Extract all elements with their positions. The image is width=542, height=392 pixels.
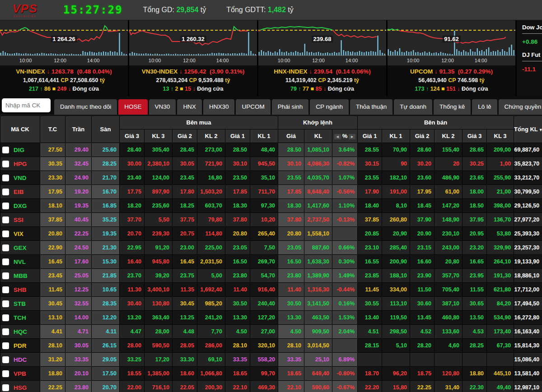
- ask-price-1[interactable]: 20.85: [358, 227, 382, 241]
- ask-volume-1[interactable]: 8,10: [382, 199, 410, 213]
- ask-price-1[interactable]: 23.85: [358, 269, 382, 283]
- ask-price-2[interactable]: 23.90: [410, 269, 435, 283]
- ask-price-3[interactable]: 23.20: [463, 241, 487, 255]
- ask-volume-1[interactable]: 20,90: [382, 227, 410, 241]
- ceiling-price-cell[interactable]: 32.45: [65, 157, 92, 171]
- ask-price-1[interactable]: 18.70: [358, 367, 382, 381]
- bid-price-2[interactable]: 28.05: [173, 339, 197, 353]
- matched-volume[interactable]: 590,60: [304, 381, 332, 392]
- bid-price-3[interactable]: 37.70: [120, 213, 145, 227]
- ask-price-3[interactable]: 16.65: [463, 255, 487, 269]
- bid-price-2[interactable]: 23.00: [173, 241, 197, 255]
- ask-price-1[interactable]: 23.10: [358, 241, 382, 255]
- table-row-eib[interactable]: EIB17.9519.2016.7017.75897,9017.801,503,…: [0, 185, 542, 199]
- index-summary-upcom[interactable]: UPCOM ↓ 91.35 (0.27 0.29%) 56,463,940 CP…: [388, 65, 515, 96]
- total-volume-cell[interactable]: 30,799,50: [514, 185, 542, 199]
- symbol-cell[interactable]: HPG: [0, 157, 40, 171]
- ceiling-price-cell[interactable]: 30.05: [65, 339, 92, 353]
- matched-price[interactable]: 23.80: [278, 269, 304, 283]
- matched-volume[interactable]: 2,737,50: [304, 213, 332, 227]
- ticker-symbol[interactable]: HSG: [14, 384, 27, 391]
- bid-volume-3[interactable]: 1,385,00: [145, 367, 173, 381]
- symbol-cell[interactable]: GEX: [0, 241, 40, 255]
- bid-price-2[interactable]: 30.05: [173, 157, 197, 171]
- bid-price-1[interactable]: 16.50: [225, 255, 250, 269]
- ask-volume-3[interactable]: 329,90: [487, 241, 514, 255]
- floor-price-cell[interactable]: 35.25: [92, 213, 120, 227]
- bid-volume-1[interactable]: 99,70: [250, 367, 278, 381]
- ask-price-2[interactable]: 4.52: [410, 325, 435, 339]
- ceiling-price-cell[interactable]: 19.35: [65, 199, 92, 213]
- bid-volume-3[interactable]: 5,50: [145, 213, 173, 227]
- table-row-shb[interactable]: SHB11.4512.2510.6511.303,400,1011.351,69…: [0, 283, 542, 297]
- matched-volume[interactable]: 1,558,10: [304, 227, 332, 241]
- row-checkbox[interactable]: [2, 203, 9, 209]
- floor-price-cell[interactable]: 17.50: [92, 367, 120, 381]
- ceiling-price-cell[interactable]: 14.00: [65, 311, 92, 325]
- ask-volume-1[interactable]: 119,50: [382, 311, 410, 325]
- bid-volume-2[interactable]: 241,20: [197, 311, 225, 325]
- ask-volume-2[interactable]: 20: [435, 157, 463, 171]
- matched-percent[interactable]: 1.07%: [332, 171, 358, 185]
- ask-price-3[interactable]: 30.25: [463, 157, 487, 171]
- ticker-symbol[interactable]: DIG: [14, 147, 24, 153]
- header-floor[interactable]: Sàn: [92, 116, 120, 143]
- ask-volume-1[interactable]: 188,10: [382, 269, 410, 283]
- symbol-cell[interactable]: EIB: [0, 185, 40, 199]
- floor-price-cell[interactable]: 21.30: [92, 241, 120, 255]
- bid-volume-1[interactable]: 97,30: [250, 199, 278, 213]
- matched-volume[interactable]: 909,50: [304, 325, 332, 339]
- matched-percent[interactable]: -0.80%: [332, 367, 358, 381]
- row-checkbox[interactable]: [2, 272, 9, 279]
- floor-price-cell[interactable]: 15.30: [92, 255, 120, 269]
- bid-price-1[interactable]: 22.10: [225, 381, 250, 392]
- ask-price-2[interactable]: 11.50: [410, 283, 435, 297]
- bid-volume-1[interactable]: 48,40: [250, 143, 278, 157]
- index-chart-hnx-index[interactable]: 239.68 10:0012:0014:00: [258, 20, 386, 65]
- floor-price-cell[interactable]: 16.70: [92, 185, 120, 199]
- ceiling-price-cell[interactable]: 20.10: [65, 367, 92, 381]
- header-reference[interactable]: T.C: [40, 116, 65, 143]
- bid-volume-3[interactable]: 3,400,10: [145, 283, 173, 297]
- matched-price[interactable]: 37.80: [278, 213, 304, 227]
- symbol-cell[interactable]: VIX: [0, 227, 40, 241]
- ask-price-1[interactable]: 30.15: [358, 157, 382, 171]
- matched-percent[interactable]: -0.44%: [332, 283, 358, 297]
- tab-cp-ngành[interactable]: CP ngành: [310, 99, 349, 115]
- floor-price-cell[interactable]: 16.85: [92, 199, 120, 213]
- ref-price-cell[interactable]: 13.10: [40, 311, 65, 325]
- floor-price-cell[interactable]: 20.70: [92, 381, 120, 392]
- ref-price-cell[interactable]: 17.95: [40, 185, 65, 199]
- ref-price-cell[interactable]: 22.90: [40, 241, 65, 255]
- matched-price[interactable]: 30.50: [278, 297, 304, 311]
- bid-volume-1[interactable]: 240,40: [250, 297, 278, 311]
- bid-price-2[interactable]: 4.48: [173, 325, 197, 339]
- ask-volume-3[interactable]: 136,70: [487, 213, 514, 227]
- bid-price-3[interactable]: 22.95: [120, 241, 145, 255]
- bid-volume-3[interactable]: 28,00: [145, 325, 173, 339]
- ask-volume-2[interactable]: 387,10: [435, 297, 463, 311]
- bid-price-1[interactable]: 37.80: [225, 213, 250, 227]
- row-checkbox[interactable]: [2, 314, 9, 321]
- matched-price[interactable]: 17.85: [278, 185, 304, 199]
- tab-thống-kê[interactable]: Thống kê: [434, 99, 471, 115]
- bid-volume-1[interactable]: 320,10: [250, 339, 278, 353]
- ask-price-2[interactable]: 22.25: [410, 381, 435, 392]
- matched-percent[interactable]: 6.89%: [332, 353, 358, 367]
- bid-price-3[interactable]: 28.00: [120, 339, 145, 353]
- ask-price-1[interactable]: 17.90: [358, 185, 382, 199]
- ceiling-price-cell[interactable]: 17.60: [65, 255, 92, 269]
- index-chart-vn-index[interactable]: 1 264.26 10:0012:0014:00: [0, 20, 128, 65]
- bid-volume-2[interactable]: 1,066,80: [197, 367, 225, 381]
- ask-volume-1[interactable]: 70,90: [382, 143, 410, 157]
- total-volume-cell[interactable]: 69,887,60: [514, 143, 542, 157]
- floor-price-cell[interactable]: 4.11: [92, 325, 120, 339]
- bid-price-2[interactable]: 16.45: [173, 255, 197, 269]
- bid-price-1[interactable]: 23.05: [225, 241, 250, 255]
- ask-price-1[interactable]: 4.51: [358, 325, 382, 339]
- ask-volume-1[interactable]: 298,50: [382, 325, 410, 339]
- bid-price-3[interactable]: 30.40: [120, 297, 145, 311]
- floor-price-cell[interactable]: 21.70: [92, 171, 120, 185]
- row-checkbox[interactable]: [2, 300, 9, 307]
- bid-price-3[interactable]: 33.25: [120, 353, 145, 367]
